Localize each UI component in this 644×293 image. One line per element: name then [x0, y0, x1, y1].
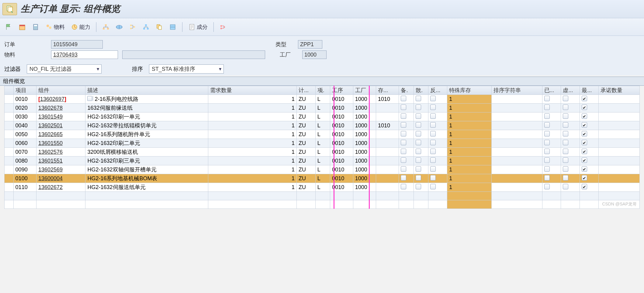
cell-max[interactable] — [580, 183, 599, 192]
cell-iss[interactable] — [542, 183, 561, 192]
table-row[interactable]: 0020 13602678 1632伺服前缘送纸 1 ZU L 0010 100… — [5, 104, 640, 112]
col-desc[interactable]: 描述 — [85, 86, 208, 95]
material-button[interactable]: 物料 — [43, 22, 67, 32]
cell-batch[interactable] — [399, 112, 414, 121]
cell-bulk[interactable] — [414, 112, 428, 121]
copy-button[interactable] — [154, 22, 165, 32]
row-selector[interactable] — [5, 183, 14, 192]
cell-phan[interactable] — [561, 121, 580, 130]
cell-bulk[interactable] — [414, 148, 428, 157]
table-row[interactable]: 0040 13602501 HG2-1632带拉纸辊模切单元 1 ZU L 00… — [5, 121, 640, 130]
cell-bulk[interactable] — [414, 130, 428, 139]
cell-component[interactable]: [13602697] — [36, 95, 85, 104]
list-button[interactable] — [167, 22, 178, 32]
table-row[interactable]: 0030 13601549 HG2-1632印刷一单元 1 ZU L 0010 … — [5, 112, 640, 121]
cell-batch[interactable] — [399, 95, 414, 104]
cell-iss[interactable] — [542, 165, 561, 174]
sequence-button[interactable] — [217, 22, 229, 32]
cell-max[interactable] — [580, 112, 599, 121]
cell-back[interactable] — [428, 112, 447, 121]
cell-component[interactable]: 13602665 — [36, 130, 85, 139]
cell-bulk[interactable] — [414, 157, 428, 165]
row-selector[interactable] — [5, 121, 14, 130]
col-sortstr[interactable]: 排序字符串 — [491, 86, 542, 95]
table-row[interactable]: 0010 [13602697] 2-16系列电控线路 1 ZU L 0010 1… — [5, 95, 640, 104]
row-selector[interactable] — [5, 104, 14, 112]
row-selector[interactable] — [5, 174, 14, 183]
cell-phan[interactable] — [561, 130, 580, 139]
table-row[interactable]: 0070 13602576 3200纸屑横移输送机 1 ZU L 0010 10… — [5, 148, 640, 157]
cell-max[interactable] — [580, 95, 599, 104]
cell-bulk[interactable] — [414, 139, 428, 148]
type-field[interactable] — [298, 40, 322, 49]
cell-batch[interactable] — [399, 183, 414, 192]
cell-iss[interactable] — [542, 95, 561, 104]
col-item[interactable]: 项目 — [13, 86, 36, 95]
cell-iss[interactable] — [542, 130, 561, 139]
cell-back[interactable] — [428, 174, 447, 183]
col-phan[interactable]: 虚... — [561, 86, 580, 95]
row-selector[interactable] — [5, 165, 14, 174]
cell-phan[interactable] — [561, 139, 580, 148]
cell-component[interactable]: 13602678 — [36, 104, 85, 112]
cell-iss[interactable] — [542, 104, 561, 112]
cell-bulk[interactable] — [414, 95, 428, 104]
cell-component[interactable]: 13602569 — [36, 165, 85, 174]
structure-button[interactable] — [140, 22, 152, 32]
cell-bulk[interactable] — [414, 104, 428, 112]
col-max[interactable]: 最... — [580, 86, 599, 95]
col-spstock[interactable]: 特殊库存 — [447, 86, 491, 95]
row-selector[interactable] — [5, 112, 14, 121]
cell-back[interactable] — [428, 95, 447, 104]
col-component[interactable]: 组件 — [36, 86, 85, 95]
cell-max[interactable] — [580, 165, 599, 174]
table-row[interactable]: 0100 13600004 HG2-16系列地基机械BOM表 1 ZU L 00… — [5, 174, 640, 183]
menu-button[interactable] — [2, 3, 17, 15]
cell-max[interactable] — [580, 174, 599, 183]
cell-back[interactable] — [428, 121, 447, 130]
cell-phan[interactable] — [561, 95, 580, 104]
filter-dropdown[interactable]: NO_FIL 无过滤器 ▼ — [27, 64, 102, 74]
cell-batch[interactable] — [399, 165, 414, 174]
cell-phan[interactable] — [561, 183, 580, 192]
material-desc-field[interactable] — [122, 50, 265, 59]
cell-iss[interactable] — [542, 112, 561, 121]
col-itemcat[interactable]: 项. — [315, 86, 330, 95]
col-back[interactable]: 反... — [428, 86, 447, 95]
order-field[interactable] — [51, 40, 103, 49]
cell-max[interactable] — [580, 157, 599, 165]
cell-iss[interactable] — [542, 157, 561, 165]
row-selector[interactable] — [5, 95, 14, 104]
cell-back[interactable] — [428, 104, 447, 112]
calculator-button[interactable] — [30, 22, 41, 32]
cell-batch[interactable] — [399, 174, 414, 183]
row-selector[interactable] — [5, 157, 14, 165]
cell-component[interactable]: 13601550 — [36, 139, 85, 148]
col-iss[interactable]: 已... — [542, 86, 561, 95]
cell-component[interactable]: 13600004 — [36, 174, 85, 183]
table-row[interactable]: 0090 13602569 HG2-1632双轴伺服开槽单元 1 ZU L 00… — [5, 165, 640, 174]
sort-dropdown[interactable]: ST_STA 标准排序 ▼ — [149, 64, 224, 74]
cell-back[interactable] — [428, 130, 447, 139]
cell-phan[interactable] — [561, 157, 580, 165]
network-button[interactable] — [113, 22, 125, 32]
col-stor[interactable]: 存... — [376, 86, 399, 95]
cell-phan[interactable] — [561, 104, 580, 112]
cell-component[interactable]: 13602672 — [36, 183, 85, 192]
row-selector[interactable] — [5, 130, 14, 139]
cell-max[interactable] — [580, 104, 599, 112]
col-plant[interactable]: 工厂 — [353, 86, 376, 95]
cell-max[interactable] — [580, 121, 599, 130]
cell-component[interactable]: 13602501 — [36, 121, 85, 130]
cell-component[interactable]: 13601549 — [36, 112, 85, 121]
col-commit[interactable]: 承诺数量 — [599, 86, 640, 95]
cell-phan[interactable] — [561, 148, 580, 157]
cell-max[interactable] — [580, 148, 599, 157]
table-row[interactable]: 0050 13602665 HG2-16系列随机附件单元 1 ZU L 0010… — [5, 130, 640, 139]
cell-iss[interactable] — [542, 121, 561, 130]
cell-batch[interactable] — [399, 139, 414, 148]
cell-iss[interactable] — [542, 174, 561, 183]
cell-component[interactable]: 13602576 — [36, 148, 85, 157]
cell-bulk[interactable] — [414, 165, 428, 174]
cell-max[interactable] — [580, 130, 599, 139]
